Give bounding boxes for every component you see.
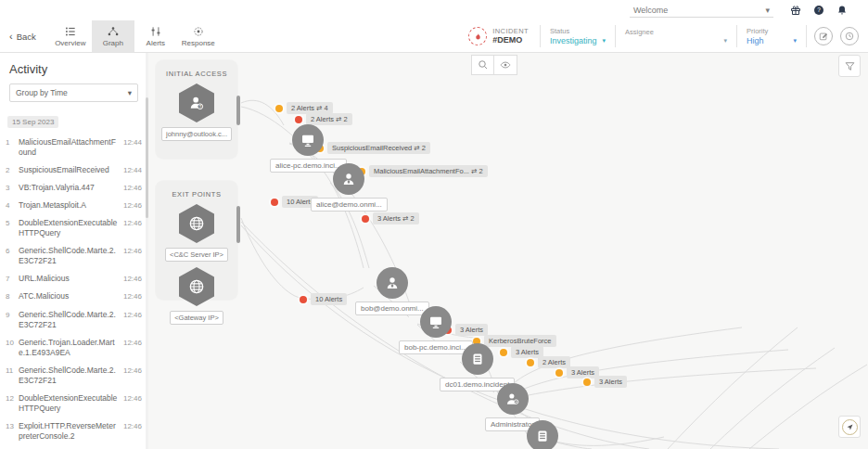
welcome-label: Welcome (633, 6, 668, 15)
activity-list-item[interactable]: 10Generic.Trojan.Loader.Marte.1.E493A9EA… (4, 334, 144, 362)
activity-list-item[interactable]: 3VB:Trojan.Valyria.44712:46 (4, 179, 144, 197)
graph-node-alice-user[interactable]: alice@demo.onmi... (311, 163, 388, 212)
tab-label: Alerts (147, 39, 165, 47)
activity-list-item[interactable]: 9Generic.ShellCode.Marte.2.E3C72F2112:46 (4, 306, 144, 334)
activity-list-item[interactable]: 2SuspiciousEmailReceived12:44 (4, 161, 144, 179)
server-icon (462, 343, 493, 375)
group-by-select[interactable]: Group by Time ▾ (9, 83, 138, 102)
item-number: 10 (6, 338, 19, 347)
activity-title: Activity (0, 53, 147, 83)
activity-list: 1MaliciousEmailAttachmentFound12:442Susp… (0, 132, 147, 449)
help-icon[interactable]: ? (813, 5, 824, 16)
filter-icon (844, 60, 856, 72)
node-label: alice@demo.onmi... (311, 198, 388, 212)
alert-badge[interactable]: 3 Alerts (583, 376, 627, 388)
exit-point-node[interactable]: <C&C Server IP> (165, 204, 228, 262)
activity-list-item[interactable]: 7URL.Malicious12:46 (4, 270, 144, 288)
alert-badge-label: 3 Alerts ⇄ 2 (373, 212, 419, 224)
graph-node-server-2[interactable] (527, 420, 558, 449)
chevron-down-icon: ▾ (723, 37, 727, 45)
alert-time: 12:46 (123, 310, 142, 319)
gift-icon[interactable] (790, 5, 801, 16)
red-severity-dot (362, 215, 369, 223)
priority-value: High (747, 36, 764, 45)
priority-label: Priority (747, 27, 797, 35)
search-icon (478, 59, 489, 71)
search-button[interactable] (471, 55, 494, 75)
chevron-down-icon: ▾ (602, 37, 606, 45)
orange-severity-dot (555, 369, 563, 377)
node-label: <C&C Server IP> (165, 248, 228, 262)
back-label: Back (17, 32, 36, 42)
scrollbar-thumb[interactable] (146, 97, 148, 218)
activity-list-item[interactable]: 8ATC.Malicious12:46 (4, 288, 144, 305)
visibility-button[interactable] (494, 55, 517, 75)
tab-label: Overview (55, 39, 85, 47)
alert-name: MaliciousEmailAttachmentFound (19, 137, 123, 158)
activity-list-item[interactable]: 11Generic.ShellCode.Marte.2.E3C72F2112:4… (4, 362, 144, 390)
item-number: 12 (6, 393, 19, 403)
red-severity-dot (271, 199, 278, 206)
activity-list-item[interactable]: 13Exploit.HTTP.ReverseMeterpreterConsole… (4, 417, 144, 445)
edit-incident-button[interactable] (814, 27, 833, 45)
incident-type-label: INCIDENT (492, 28, 529, 36)
history-clock-icon (845, 32, 854, 41)
incident-graph[interactable]: INITIAL ACCESS ? johnny@outlook.c... EXI… (148, 53, 868, 449)
exit-points-title: EXIT POINTS (172, 190, 221, 199)
back-button[interactable]: ‹ Back (0, 20, 49, 52)
date-badge: 15 Sep 2023 (7, 116, 58, 128)
chevron-left-icon: ‹ (9, 31, 13, 42)
welcome-dropdown[interactable]: Welcome ▾ (630, 4, 773, 18)
tab-graph[interactable]: Graph (92, 20, 134, 52)
alert-name: Trojan.Metasploit.A (19, 200, 123, 211)
item-number: 8 (6, 291, 19, 301)
activity-list-item[interactable]: 14SuspiciousDownload12:46 (4, 445, 144, 449)
filter-button[interactable] (838, 55, 861, 77)
activity-list-item[interactable]: 6Generic.ShellCode.Marte.2.E3C72F2112:46 (4, 242, 144, 270)
alert-time: 12:46 (123, 366, 142, 375)
activity-list-item[interactable]: 5DoubleExtensionExecutableHTTPQuery12:46 (4, 214, 144, 242)
alert-time: 12:46 (123, 338, 142, 347)
alerts-icon (149, 26, 162, 37)
activity-scrollbar[interactable] (146, 53, 148, 449)
incident-app: Welcome ▾ ? ‹ Back Overview Graph Al (0, 0, 868, 449)
bell-icon[interactable] (836, 5, 848, 16)
red-severity-dot (295, 116, 302, 123)
status-value: Investigating (550, 36, 597, 45)
item-number: 11 (6, 366, 19, 375)
alert-name: Generic.Trojan.Loader.Marte.1.E493A9EA (19, 338, 123, 358)
activity-list-item[interactable]: 1MaliciousEmailAttachmentFound12:44 (4, 134, 144, 161)
admin-user-icon (497, 383, 529, 415)
activity-panel: Activity Group by Time ▾ 15 Sep 2023 1Ma… (0, 53, 148, 449)
alert-badge[interactable]: 3 Alerts ⇄ 2 (362, 212, 419, 224)
center-graph-button[interactable] (838, 416, 861, 438)
history-button[interactable] (840, 27, 859, 45)
initial-access-node[interactable]: ? johnny@outlook.c... (161, 83, 232, 141)
orange-severity-dot (527, 359, 534, 366)
eye-icon (500, 59, 511, 71)
activity-list-item[interactable]: 12DoubleExtensionExecutableHTTPQuery12:4… (4, 390, 144, 417)
globe-hexagon-icon[interactable] (179, 204, 214, 243)
status-dropdown[interactable]: Status Investigating ▾ (541, 27, 615, 45)
incident-header: INCIDENT #DEMO Status Investigating ▾ As… (457, 20, 868, 52)
incident-flame-icon (468, 27, 487, 45)
edit-icon (819, 32, 828, 41)
server-icon (527, 420, 558, 449)
alert-name: SuspiciousEmailReceived (19, 165, 123, 175)
alert-time: 12:44 (123, 137, 142, 147)
priority-dropdown[interactable]: Priority High ▾ (737, 27, 806, 45)
user-question-hexagon-icon[interactable]: ? (179, 83, 214, 122)
item-number: 6 (6, 246, 19, 255)
tab-response[interactable]: Response (177, 20, 220, 52)
exit-point-node[interactable]: <Gateway IP> (170, 267, 223, 325)
assignee-dropdown[interactable]: Assignee ▾ (616, 28, 736, 45)
activity-list-item[interactable]: 4Trojan.Metasploit.A12:46 (4, 197, 144, 214)
item-number: 4 (6, 200, 19, 210)
chevron-down-icon: ▾ (793, 37, 797, 45)
globe-hexagon-icon[interactable] (179, 267, 214, 306)
alert-badge[interactable]: 10 Alerts (300, 293, 347, 305)
tab-alerts[interactable]: Alerts (134, 20, 177, 52)
svg-text:?: ? (817, 6, 821, 13)
item-number: 2 (6, 165, 19, 174)
tab-overview[interactable]: Overview (49, 20, 92, 52)
